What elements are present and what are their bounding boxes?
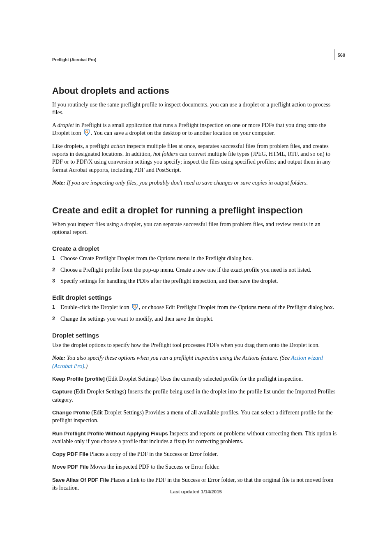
subhead-create-droplet: Create a droplet [52, 245, 340, 252]
note-label: Note: [52, 355, 65, 361]
footer-last-updated: Last updated 1/14/2015 [0, 489, 392, 494]
definition-desc: Places a copy of the PDF in the Success … [88, 451, 218, 457]
subhead-droplet-settings: Droplet settings [52, 332, 340, 339]
list-item: 1Choose Create Preflight Droplet from th… [52, 254, 340, 262]
definition-term: Change Profile [52, 409, 90, 416]
note-label: Note: [52, 180, 65, 186]
definition-term: Save Alias Of PDF File [52, 477, 109, 483]
definition-desc: Moves the inspected PDF to the Success o… [89, 464, 219, 470]
term-hot-folders: hot folders [153, 151, 178, 157]
term-droplet: droplet [58, 122, 74, 128]
definition-desc: (Edit Droplet Settings) Uses the current… [105, 376, 303, 382]
note-text: If you are inspecting only files, you pr… [65, 180, 308, 186]
definition-term: Run Preflight Profile Without Applying F… [52, 430, 168, 437]
list-item: 2Change the settings you want to modify,… [52, 315, 340, 323]
definition-capture: Capture (Edit Droplet Settings) Inserts … [52, 388, 340, 404]
step-text: Double-click the Droplet icon , or choos… [60, 303, 340, 311]
note: Note: You also specify these options whe… [52, 354, 340, 370]
step-text: Change the settings you want to modify, … [60, 315, 340, 323]
step-text: Choose Create Preflight Droplet from the… [60, 254, 340, 262]
subhead-edit-droplet: Edit droplet settings [52, 294, 340, 301]
definition-desc: (Edit Droplet Settings) Inserts the prof… [52, 388, 336, 402]
definition-change-profile: Change Profile (Edit Droplet Settings) P… [52, 409, 340, 425]
definition-term: Copy PDF File [52, 451, 88, 457]
text: Like droplets, a preflight [52, 143, 111, 149]
step-number: 2 [52, 315, 60, 322]
step-number: 2 [52, 266, 60, 273]
definition-term: Keep Profile [profile] [52, 376, 105, 382]
list-item: 3Specify settings for handling the PDFs … [52, 277, 340, 285]
text: . You can save a droplet on the desktop … [91, 130, 275, 136]
page-number-rule [334, 49, 335, 60]
definition-run-preflight: Run Preflight Profile Without Applying F… [52, 430, 340, 446]
note: Note: If you are inspecting only files, … [52, 179, 340, 187]
paragraph: If you routinely use the same preflight … [52, 101, 340, 117]
heading-about-droplets: About droplets and actions [52, 85, 340, 97]
definition-move-pdf: Move PDF File Moves the inspected PDF to… [52, 463, 340, 471]
step-text: Choose a Preflight profile from the pop-… [60, 266, 340, 274]
term-action: action [111, 143, 125, 149]
note-text: You also specify these options when you … [65, 355, 291, 361]
definition-copy-pdf: Copy PDF File Places a copy of the PDF i… [52, 450, 340, 458]
note-text: .) [84, 363, 88, 369]
page: 560 Preflight (Acrobat Pro) About drople… [0, 0, 392, 555]
list-item: 2Choose a Preflight profile from the pop… [52, 266, 340, 274]
definition-desc: (Edit Droplet Settings) Provides a menu … [52, 409, 332, 423]
step-number: 1 [52, 255, 60, 262]
steps-edit-droplet: 1Double-click the Droplet icon , or choo… [52, 303, 340, 323]
paragraph: When you inspect files using a droplet, … [52, 220, 340, 236]
droplet-icon [131, 303, 138, 311]
page-number-wrap: 560 [338, 51, 345, 58]
definition-term: Capture [52, 388, 72, 395]
paragraph: A droplet in Preflight is a small applic… [52, 121, 340, 137]
step-number: 3 [52, 278, 60, 284]
breadcrumb: Preflight (Acrobat Pro) [52, 58, 340, 62]
steps-create-droplet: 1Choose Create Preflight Droplet from th… [52, 254, 340, 285]
heading-create-edit-droplet: Create and edit a droplet for running a … [52, 205, 340, 216]
paragraph: Use the droplet options to specify how t… [52, 341, 340, 349]
step-text: Specify settings for handling the PDFs a… [60, 277, 340, 285]
paragraph: Like droplets, a preflight action inspec… [52, 142, 340, 174]
definition-term: Move PDF File [52, 464, 89, 470]
list-item: 1Double-click the Droplet icon , or choo… [52, 303, 340, 311]
text: A [52, 122, 58, 128]
droplet-icon [83, 129, 90, 136]
definition-keep-profile: Keep Profile [profile] (Edit Droplet Set… [52, 375, 340, 383]
page-number: 560 [338, 53, 345, 58]
step-number: 1 [52, 304, 60, 311]
